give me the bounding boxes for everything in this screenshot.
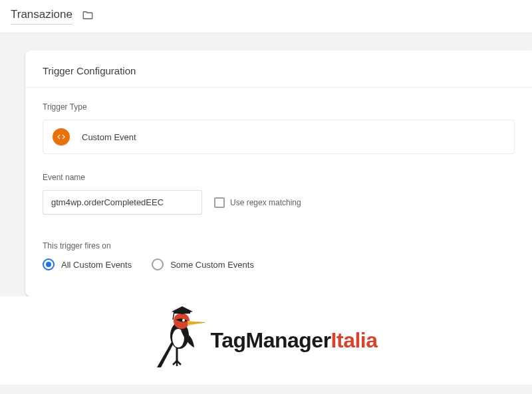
logo-text-black: TagManager bbox=[210, 328, 331, 352]
woodpecker-icon bbox=[154, 309, 210, 373]
regex-checkbox[interactable]: Use regex matching bbox=[214, 197, 301, 208]
trigger-type-label: Trigger Type bbox=[43, 102, 515, 112]
card-title: Trigger Configuration bbox=[43, 65, 515, 76]
radio-some-custom-events[interactable]: Some Custom Events bbox=[152, 258, 254, 270]
radio-label: All Custom Events bbox=[61, 260, 132, 270]
trigger-config-card: Trigger Configuration Trigger Type Custo… bbox=[25, 50, 532, 296]
radio-all-custom-events[interactable]: All Custom Events bbox=[43, 258, 132, 270]
logo-text-red: Italia bbox=[331, 328, 378, 352]
radio-icon bbox=[43, 258, 55, 270]
trigger-type-selector[interactable]: Custom Event bbox=[43, 120, 515, 154]
svg-point-6 bbox=[182, 319, 185, 322]
checkbox-icon bbox=[214, 197, 225, 208]
folder-icon[interactable] bbox=[82, 9, 94, 24]
brand-logo: TagManagerItalia bbox=[154, 309, 377, 373]
trigger-type-value: Custom Event bbox=[82, 132, 136, 142]
custom-event-icon bbox=[53, 128, 70, 146]
radio-icon bbox=[152, 258, 164, 270]
page-title[interactable]: Transazione bbox=[11, 8, 72, 25]
radio-label: Some Custom Events bbox=[170, 260, 254, 270]
event-name-label: Event name bbox=[43, 173, 515, 182]
fires-on-label: This trigger fires on bbox=[43, 241, 515, 250]
divider bbox=[25, 87, 532, 88]
regex-checkbox-label: Use regex matching bbox=[230, 198, 301, 207]
event-name-input[interactable] bbox=[43, 190, 202, 215]
